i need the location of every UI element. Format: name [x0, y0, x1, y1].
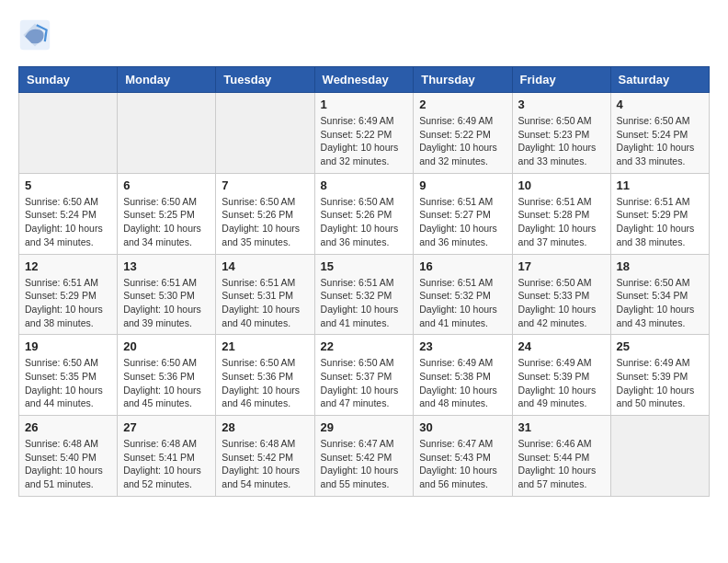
day-number: 17 [518, 259, 605, 273]
day-number: 9 [419, 178, 506, 192]
day-info: Sunrise: 6:49 AM Sunset: 5:22 PM Dayligh… [321, 114, 408, 168]
calendar-cell: 27Sunrise: 6:48 AM Sunset: 5:41 PM Dayli… [118, 416, 216, 497]
calendar-cell: 16Sunrise: 6:51 AM Sunset: 5:32 PM Dayli… [414, 254, 512, 335]
calendar-cell: 18Sunrise: 6:50 AM Sunset: 5:34 PM Dayli… [610, 254, 709, 335]
calendar-cell: 3Sunrise: 6:50 AM Sunset: 5:23 PM Daylig… [512, 93, 610, 174]
calendar-cell: 19Sunrise: 6:50 AM Sunset: 5:35 PM Dayli… [19, 335, 118, 416]
day-info: Sunrise: 6:50 AM Sunset: 5:37 PM Dayligh… [321, 356, 408, 410]
calendar-cell: 4Sunrise: 6:50 AM Sunset: 5:24 PM Daylig… [610, 93, 709, 174]
day-number: 23 [419, 339, 506, 353]
day-number: 29 [321, 420, 408, 434]
day-number: 28 [222, 420, 308, 434]
calendar-cell: 12Sunrise: 6:51 AM Sunset: 5:29 PM Dayli… [19, 254, 118, 335]
calendar-cell: 15Sunrise: 6:51 AM Sunset: 5:32 PM Dayli… [314, 254, 414, 335]
calendar-cell: 21Sunrise: 6:50 AM Sunset: 5:36 PM Dayli… [216, 335, 314, 416]
calendar-cell: 26Sunrise: 6:48 AM Sunset: 5:40 PM Dayli… [19, 416, 118, 497]
calendar-day-header: Friday [512, 67, 610, 93]
calendar-cell: 28Sunrise: 6:48 AM Sunset: 5:42 PM Dayli… [216, 416, 314, 497]
calendar-table: SundayMondayTuesdayWednesdayThursdayFrid… [18, 66, 710, 497]
calendar-cell: 2Sunrise: 6:49 AM Sunset: 5:22 PM Daylig… [414, 93, 512, 174]
calendar-week-row: 1Sunrise: 6:49 AM Sunset: 5:22 PM Daylig… [19, 93, 710, 174]
day-info: Sunrise: 6:51 AM Sunset: 5:32 PM Dayligh… [419, 276, 506, 330]
day-number: 14 [222, 259, 308, 273]
day-number: 3 [518, 98, 605, 111]
day-number: 12 [25, 259, 111, 273]
calendar-week-row: 26Sunrise: 6:48 AM Sunset: 5:40 PM Dayli… [19, 416, 710, 497]
day-number: 6 [123, 178, 210, 192]
day-number: 8 [321, 178, 408, 192]
calendar-week-row: 12Sunrise: 6:51 AM Sunset: 5:29 PM Dayli… [19, 254, 710, 335]
day-number: 20 [123, 339, 210, 353]
day-info: Sunrise: 6:51 AM Sunset: 5:29 PM Dayligh… [617, 195, 703, 249]
day-info: Sunrise: 6:50 AM Sunset: 5:24 PM Dayligh… [25, 195, 111, 249]
calendar-cell: 6Sunrise: 6:50 AM Sunset: 5:25 PM Daylig… [118, 173, 216, 254]
calendar-day-header: Tuesday [216, 67, 314, 93]
calendar-cell: 22Sunrise: 6:50 AM Sunset: 5:37 PM Dayli… [314, 335, 414, 416]
calendar-cell [118, 93, 216, 174]
calendar-cell: 17Sunrise: 6:50 AM Sunset: 5:33 PM Dayli… [512, 254, 610, 335]
day-number: 16 [419, 259, 506, 273]
day-number: 22 [321, 339, 408, 353]
day-info: Sunrise: 6:50 AM Sunset: 5:33 PM Dayligh… [518, 276, 605, 330]
day-number: 25 [617, 339, 703, 353]
day-info: Sunrise: 6:50 AM Sunset: 5:36 PM Dayligh… [123, 356, 210, 410]
day-info: Sunrise: 6:47 AM Sunset: 5:43 PM Dayligh… [419, 437, 506, 491]
day-number: 31 [518, 420, 605, 434]
calendar-cell: 29Sunrise: 6:47 AM Sunset: 5:42 PM Dayli… [314, 416, 414, 497]
day-info: Sunrise: 6:48 AM Sunset: 5:40 PM Dayligh… [25, 437, 111, 491]
calendar-day-header: Wednesday [314, 67, 414, 93]
calendar-week-row: 19Sunrise: 6:50 AM Sunset: 5:35 PM Dayli… [19, 335, 710, 416]
calendar-cell: 30Sunrise: 6:47 AM Sunset: 5:43 PM Dayli… [414, 416, 512, 497]
day-info: Sunrise: 6:51 AM Sunset: 5:31 PM Dayligh… [222, 276, 308, 330]
day-info: Sunrise: 6:50 AM Sunset: 5:23 PM Dayligh… [518, 114, 605, 168]
calendar-day-header: Monday [118, 67, 216, 93]
day-number: 13 [123, 259, 210, 273]
calendar-cell: 11Sunrise: 6:51 AM Sunset: 5:29 PM Dayli… [610, 173, 709, 254]
day-number: 21 [222, 339, 308, 353]
calendar-day-header: Thursday [414, 67, 512, 93]
calendar-cell: 1Sunrise: 6:49 AM Sunset: 5:22 PM Daylig… [314, 93, 414, 174]
logo [18, 18, 57, 52]
logo-icon [18, 18, 51, 52]
day-info: Sunrise: 6:51 AM Sunset: 5:32 PM Dayligh… [321, 276, 408, 330]
day-info: Sunrise: 6:50 AM Sunset: 5:25 PM Dayligh… [123, 195, 210, 249]
day-info: Sunrise: 6:51 AM Sunset: 5:28 PM Dayligh… [518, 195, 605, 249]
day-number: 4 [617, 98, 703, 111]
page-header [18, 18, 710, 52]
day-info: Sunrise: 6:49 AM Sunset: 5:39 PM Dayligh… [617, 356, 703, 410]
day-info: Sunrise: 6:49 AM Sunset: 5:39 PM Dayligh… [518, 356, 605, 410]
day-info: Sunrise: 6:50 AM Sunset: 5:24 PM Dayligh… [617, 114, 703, 168]
day-number: 5 [25, 178, 111, 192]
calendar-cell: 5Sunrise: 6:50 AM Sunset: 5:24 PM Daylig… [19, 173, 118, 254]
calendar-cell: 31Sunrise: 6:46 AM Sunset: 5:44 PM Dayli… [512, 416, 610, 497]
day-number: 30 [419, 420, 506, 434]
calendar-cell [19, 93, 118, 174]
day-info: Sunrise: 6:47 AM Sunset: 5:42 PM Dayligh… [321, 437, 408, 491]
day-info: Sunrise: 6:51 AM Sunset: 5:30 PM Dayligh… [123, 276, 210, 330]
calendar-cell: 14Sunrise: 6:51 AM Sunset: 5:31 PM Dayli… [216, 254, 314, 335]
day-info: Sunrise: 6:49 AM Sunset: 5:38 PM Dayligh… [419, 356, 506, 410]
calendar-cell: 8Sunrise: 6:50 AM Sunset: 5:26 PM Daylig… [314, 173, 414, 254]
day-info: Sunrise: 6:50 AM Sunset: 5:35 PM Dayligh… [25, 356, 111, 410]
calendar-header-row: SundayMondayTuesdayWednesdayThursdayFrid… [19, 67, 710, 93]
day-number: 27 [123, 420, 210, 434]
day-number: 18 [617, 259, 703, 273]
day-number: 15 [321, 259, 408, 273]
calendar-cell: 23Sunrise: 6:49 AM Sunset: 5:38 PM Dayli… [414, 335, 512, 416]
day-info: Sunrise: 6:48 AM Sunset: 5:41 PM Dayligh… [123, 437, 210, 491]
calendar-cell: 9Sunrise: 6:51 AM Sunset: 5:27 PM Daylig… [414, 173, 512, 254]
calendar-cell: 10Sunrise: 6:51 AM Sunset: 5:28 PM Dayli… [512, 173, 610, 254]
calendar-day-header: Sunday [19, 67, 118, 93]
day-info: Sunrise: 6:50 AM Sunset: 5:26 PM Dayligh… [222, 195, 308, 249]
day-info: Sunrise: 6:51 AM Sunset: 5:27 PM Dayligh… [419, 195, 506, 249]
day-number: 26 [25, 420, 111, 434]
day-number: 24 [518, 339, 605, 353]
day-info: Sunrise: 6:51 AM Sunset: 5:29 PM Dayligh… [25, 276, 111, 330]
day-info: Sunrise: 6:49 AM Sunset: 5:22 PM Dayligh… [419, 114, 506, 168]
calendar-cell: 13Sunrise: 6:51 AM Sunset: 5:30 PM Dayli… [118, 254, 216, 335]
day-number: 7 [222, 178, 308, 192]
day-info: Sunrise: 6:48 AM Sunset: 5:42 PM Dayligh… [222, 437, 308, 491]
calendar-cell [216, 93, 314, 174]
day-info: Sunrise: 6:50 AM Sunset: 5:36 PM Dayligh… [222, 356, 308, 410]
day-number: 1 [321, 98, 408, 111]
